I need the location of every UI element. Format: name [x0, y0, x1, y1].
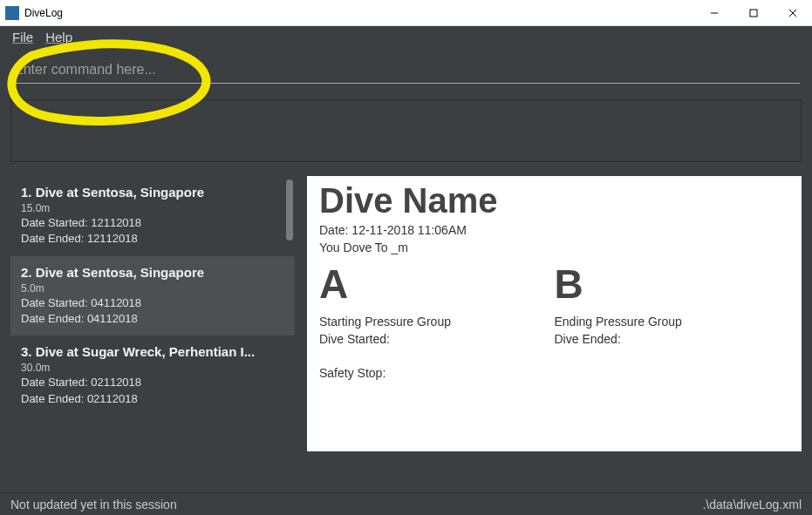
detail-title: Dive Name [319, 181, 789, 220]
pressure-group-a: A [319, 261, 555, 308]
list-scrollbar[interactable] [286, 180, 293, 241]
dive-ended: Dive Ended: [555, 330, 790, 348]
list-item-title: 3. Dive at Sugar Wreck, Perhentian I... [21, 344, 284, 359]
start-pg-label: Starting Pressure Group [319, 313, 555, 330]
list-item-date-ended: Date Ended: 02112018 [21, 391, 284, 407]
detail-col-b: B [555, 261, 790, 308]
result-box [10, 99, 802, 162]
menubar: File Help [0, 26, 812, 48]
statusbar: Not updated yet in this session .\data\d… [0, 492, 812, 515]
list-item-title: 2. Dive at Sentosa, Singapore [21, 265, 284, 280]
dive-list[interactable]: 1. Dive at Sentosa, Singapore 15.0m Date… [10, 176, 295, 451]
list-item-date-ended: Date Ended: 04112018 [21, 311, 284, 327]
svg-rect-1 [750, 10, 757, 17]
detail-labels: Starting Pressure Group Dive Started: Sa… [319, 313, 789, 382]
list-item-depth: 5.0m [21, 281, 284, 295]
detail-depth: You Dove To _m [319, 240, 789, 257]
menu-help[interactable]: Help [45, 30, 72, 44]
detail-date: Date: 12-11-2018 11:06AM [319, 222, 789, 240]
list-item-date-started: Date Started: 02112018 [21, 375, 284, 390]
list-item-title: 1. Dive at Sentosa, Singapore [21, 185, 284, 200]
app-icon [5, 6, 19, 20]
status-left: Not updated yet in this session [10, 498, 177, 512]
close-button[interactable] [773, 0, 812, 25]
list-item[interactable]: 3. Dive at Sugar Wreck, Perhentian I... … [10, 335, 295, 416]
dive-started: Dive Started: [319, 330, 555, 348]
list-item-depth: 15.0m [21, 201, 284, 215]
list-item[interactable]: 2. Dive at Sentosa, Singapore 5.0m Date … [10, 256, 295, 336]
minimize-button[interactable] [694, 0, 734, 25]
pressure-group-b: B [555, 261, 790, 308]
detail-col-a: A [319, 261, 555, 308]
detail-groups: A B [319, 261, 789, 308]
command-input[interactable] [12, 57, 800, 84]
list-item[interactable]: 1. Dive at Sentosa, Singapore 15.0m Date… [10, 176, 295, 256]
list-item-date-started: Date Started: 04112018 [21, 295, 284, 311]
titlebar: DiveLog [0, 0, 812, 26]
detail-right-col: Ending Pressure Group Dive Ended: [555, 313, 790, 382]
titlebar-left: DiveLog [5, 6, 63, 20]
safety-stop: Safety Stop: [319, 364, 555, 382]
list-item-date-ended: Date Ended: 12112018 [21, 231, 284, 247]
command-area [0, 48, 812, 87]
list-item-depth: 30.0m [21, 361, 284, 375]
end-pg-label: Ending Pressure Group [555, 313, 790, 330]
list-item-date-started: Date Started: 12112018 [21, 215, 284, 231]
detail-panel: Dive Name Date: 12-11-2018 11:06AM You D… [307, 176, 802, 451]
content: 1. Dive at Sentosa, Singapore 15.0m Date… [0, 169, 812, 451]
menu-file[interactable]: File [12, 30, 33, 44]
status-right: .\data\diveLog.xml [702, 498, 802, 512]
window-title: DiveLog [24, 7, 63, 19]
window-controls [694, 0, 812, 25]
detail-left-col: Starting Pressure Group Dive Started: Sa… [319, 313, 555, 382]
maximize-button[interactable] [734, 0, 773, 25]
